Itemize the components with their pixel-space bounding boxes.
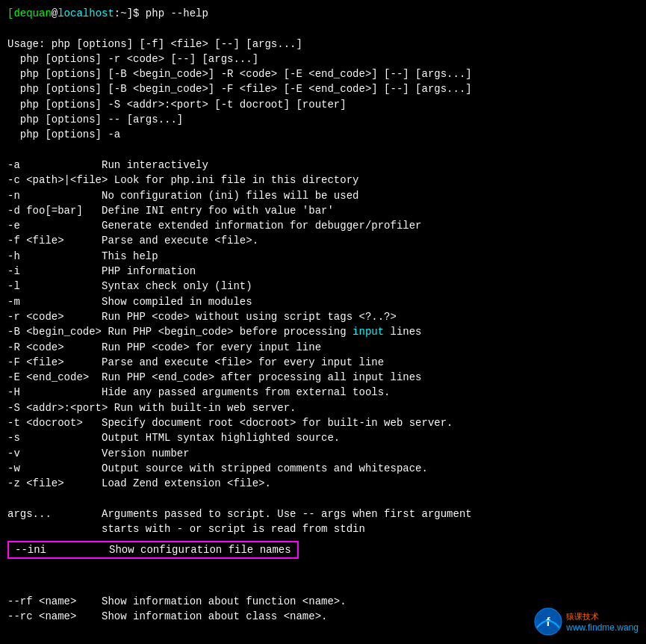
command-text: php --help (146, 7, 208, 19)
flag-i: -i PHP information (7, 265, 196, 277)
flag-c: -c <path>|<file> Look for php.ini file i… (7, 174, 358, 186)
flag-B: -B <begin_code> Run PHP <begin_code> bef… (7, 326, 422, 338)
usage-opt-4: php [options] -S <addr>:<port> [-t docro… (7, 99, 347, 111)
prompt-rest: :~]$ (114, 7, 146, 19)
usage-opt-3: php [options] [-B <begin_code>] -F <file… (7, 83, 472, 95)
flag-z: -z <file> Load Zend extension <file>. (7, 477, 271, 489)
watermark-logo-icon: f (533, 607, 563, 637)
watermark: f 猿课技术 www.findme.wang (533, 607, 639, 637)
flag-f: -f <file> Parse and execute <file>. (7, 235, 258, 247)
usage-opt-2: php [options] [-B <begin_code>] -R <code… (7, 68, 472, 80)
flag-h: -h This help (7, 250, 158, 262)
flag-rc: --rc <name> Show information about class… (7, 610, 327, 622)
terminal: [dequan@localhost:~]$ php --help Usage: … (7, 6, 639, 625)
prompt-at: @ (52, 7, 58, 19)
prompt-user: [dequan (7, 7, 52, 19)
args-line2: starts with - or script is read from std… (7, 523, 365, 535)
flag-E: -E <end_code> Run PHP <end_code> after p… (7, 371, 422, 383)
usage-opt-1: php [options] -r <code> [--] [args...] (7, 53, 258, 65)
args-line1: args... Arguments passed to script. Use … (7, 508, 472, 520)
usage-line: Usage: php [options] [-f] <file> [--] [a… (7, 38, 302, 50)
prompt-host: localhost (58, 7, 114, 19)
flag-n: -n No configuration (ini) files will be … (7, 190, 358, 202)
flag-H: -H Hide any passed arguments from extern… (7, 386, 390, 398)
flag-t: -t <docroot> Specify document root <docr… (7, 417, 453, 429)
flag-a: -a Run interactively (7, 159, 208, 171)
flag-m: -m Show compiled in modules (7, 296, 252, 308)
flag-l: -l Syntax check only (lint) (7, 280, 252, 292)
highlighted-flag: --ini Show configuration file names (7, 541, 299, 559)
flag-w: -w Output source with stripped comments … (7, 462, 428, 474)
highlighted-flag-container: --ini Show configuration file names (7, 539, 639, 560)
usage-opt-5: php [options] -- [args...] (7, 114, 183, 126)
flag-s: -s Output HTML syntax highlighted source… (7, 432, 340, 444)
flag-rf: --rf <name> Show information about funct… (7, 595, 347, 607)
usage-opt-6: php [options] -a (7, 129, 120, 140)
flag-v: -v Version number (7, 448, 190, 459)
terminal-output: Usage: php [options] [-f] <file> [--] [a… (7, 21, 639, 536)
prompt-line: [dequan@localhost:~]$ php --help (7, 6, 639, 21)
watermark-url: www.findme.wang (566, 622, 639, 633)
flag-F: -F <file> Parse and execute <file> for e… (7, 356, 384, 368)
flag-R: -R <code> Run PHP <code> for every input… (7, 341, 321, 353)
flag-r: -r <code> Run PHP <code> without using s… (7, 311, 397, 323)
flag-S: -S <addr>:<port> Run with built-in web s… (7, 402, 296, 414)
svg-text:f: f (547, 616, 551, 628)
flag-e: -e Generate extended information for deb… (7, 220, 422, 232)
flag-d: -d foo[=bar] Define INI entry foo with v… (7, 205, 334, 217)
